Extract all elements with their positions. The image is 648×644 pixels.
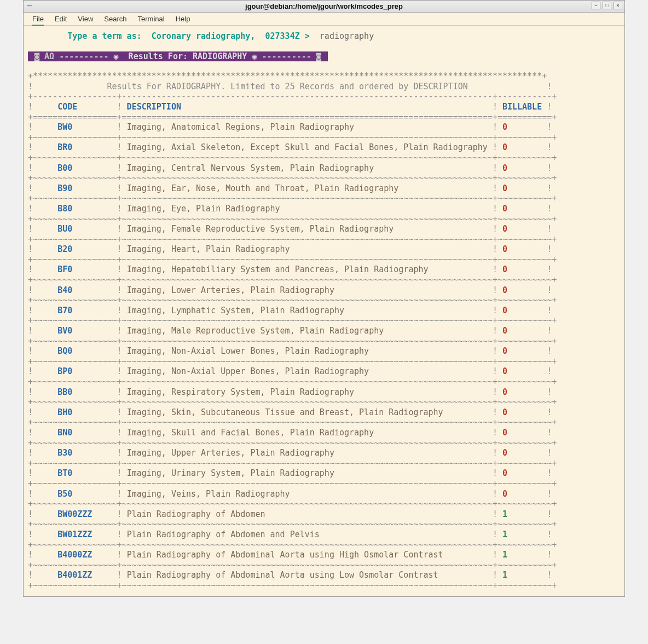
desc-cell: Plain Radiography of Abdominal Aorta usi… [127, 550, 493, 560]
code-cell: BV0 [57, 326, 117, 336]
desc-cell: Imaging, Non-Axial Lower Bones, Plain Ra… [127, 346, 493, 356]
code-cell: B40 [57, 285, 117, 295]
prompt-eg2: 027334Z > [265, 31, 310, 41]
menubar: File Edit View Search Terminal Help [24, 13, 624, 26]
code-cell: BQ0 [57, 346, 117, 356]
desc-cell: Imaging, Anatomical Regions, Plain Radio… [127, 122, 493, 132]
menu-search[interactable]: Search [99, 13, 132, 25]
code-cell: B4000ZZ [57, 550, 117, 560]
code-cell: B30 [57, 448, 117, 458]
menu-view[interactable]: View [72, 13, 99, 25]
table-row: ! B4000ZZ ! Plain Radiography of Abdomin… [28, 550, 620, 560]
titlebar[interactable]: — jgour@debian:/home/jgour/work/mcodes_p… [24, 1, 624, 13]
code-cell: BU0 [57, 224, 117, 234]
bill-cell: 0 [502, 285, 542, 295]
bill-cell: 0 [502, 204, 542, 214]
table-row: ! B00 ! Imaging, Central Nervous System,… [28, 163, 620, 174]
close-button[interactable]: × [614, 2, 622, 9]
row-divider: +~~~~~~~~~~~~~~~~~+~~~~~~~~~~~~~~~~~~~~~… [28, 580, 620, 591]
code-cell: B4001ZZ [57, 570, 117, 580]
row-divider: +~~~~~~~~~~~~~~~~~+~~~~~~~~~~~~~~~~~~~~~… [28, 234, 620, 245]
row-divider: +~~~~~~~~~~~~~~~~~+~~~~~~~~~~~~~~~~~~~~~… [28, 499, 620, 509]
menu-edit[interactable]: Edit [49, 13, 72, 25]
desc-cell: Imaging, Male Reproductive System, Plain… [127, 326, 493, 336]
code-cell: B50 [57, 489, 117, 499]
desc-cell: Imaging, Urinary System, Plain Radiograp… [127, 468, 493, 478]
window-title: jgour@debian:/home/jgour/work/mcodes_pre… [245, 2, 403, 10]
menu-file[interactable]: File [27, 13, 49, 25]
prompt-label: Type a term as: [67, 31, 141, 41]
window-controls: – □ × [592, 2, 622, 9]
divider-dash: +-----------------+---------------------… [28, 91, 620, 102]
bill-cell: 1 [502, 570, 542, 580]
row-divider: +~~~~~~~~~~~~~~~~~+~~~~~~~~~~~~~~~~~~~~~… [28, 133, 620, 143]
bill-cell: 0 [502, 489, 542, 499]
bill-cell: 1 [502, 550, 542, 560]
desc-cell: Imaging, Upper Arteries, Plain Radiograp… [127, 448, 493, 458]
code-cell: BF0 [57, 264, 117, 274]
bill-cell: 0 [502, 264, 542, 274]
maximize-button[interactable]: □ [603, 2, 611, 9]
search-input-value[interactable]: radiography [320, 31, 374, 41]
bill-cell: 0 [502, 448, 542, 458]
table-row: ! BT0 ! Imaging, Urinary System, Plain R… [28, 468, 620, 479]
desc-cell: Imaging, Axial Skeleton, Except Skull an… [127, 142, 493, 152]
row-divider: +~~~~~~~~~~~~~~~~~+~~~~~~~~~~~~~~~~~~~~~… [28, 458, 620, 469]
table-row: ! B90 ! Imaging, Ear, Nose, Mouth and Th… [28, 183, 620, 194]
row-divider: +~~~~~~~~~~~~~~~~~+~~~~~~~~~~~~~~~~~~~~~… [28, 417, 620, 428]
desc-cell: Imaging, Non-Axial Upper Bones, Plain Ra… [127, 366, 493, 376]
table-row: ! B4001ZZ ! Plain Radiography of Abdomin… [28, 570, 620, 580]
bill-cell: 0 [502, 428, 542, 438]
desc-cell: Imaging, Female Reproductive System, Pla… [127, 224, 493, 234]
menu-terminal[interactable]: Terminal [132, 13, 170, 25]
desc-cell: Plain Radiography of Abdomen and Pelvis [127, 530, 493, 539]
desc-cell: Imaging, Skin, Subcutaneous Tissue and B… [127, 407, 493, 417]
row-divider: +~~~~~~~~~~~~~~~~~+~~~~~~~~~~~~~~~~~~~~~… [28, 173, 620, 183]
code-cell: BH0 [57, 407, 117, 417]
row-divider: +~~~~~~~~~~~~~~~~~+~~~~~~~~~~~~~~~~~~~~~… [28, 519, 620, 530]
table-row: ! BB0 ! Imaging, Respiratory System, Pla… [28, 387, 620, 398]
table-row: ! B70 ! Imaging, Lymphatic System, Plain… [28, 306, 620, 316]
menu-help[interactable]: Help [170, 13, 196, 25]
bill-cell: 1 [502, 509, 542, 519]
code-cell: BT0 [57, 468, 117, 478]
bill-cell: 0 [502, 224, 542, 234]
bill-cell: 0 [502, 346, 542, 356]
bill-cell: 0 [502, 366, 542, 376]
code-cell: BP0 [57, 366, 117, 376]
code-cell: B80 [57, 204, 117, 214]
desc-cell: Imaging, Heart, Plain Radiography [127, 244, 493, 254]
bill-cell: 0 [502, 183, 542, 193]
col-bill: BILLABLE [502, 102, 542, 112]
row-divider: +~~~~~~~~~~~~~~~~~+~~~~~~~~~~~~~~~~~~~~~… [28, 275, 620, 285]
table-row: ! B50 ! Imaging, Veins, Plain Radiograph… [28, 489, 620, 499]
table-row: ! BR0 ! Imaging, Axial Skeleton, Except … [28, 142, 620, 153]
row-divider: +~~~~~~~~~~~~~~~~~+~~~~~~~~~~~~~~~~~~~~~… [28, 377, 620, 387]
row-divider: +~~~~~~~~~~~~~~~~~+~~~~~~~~~~~~~~~~~~~~~… [28, 315, 620, 326]
desc-cell: Imaging, Skull and Facial Bones, Plain R… [127, 428, 493, 438]
code-cell: BW01ZZZ [57, 530, 117, 539]
table-row: ! BW0 ! Imaging, Anatomical Regions, Pla… [28, 122, 620, 133]
row-divider: +~~~~~~~~~~~~~~~~~+~~~~~~~~~~~~~~~~~~~~~… [28, 153, 620, 163]
row-divider: +~~~~~~~~~~~~~~~~~+~~~~~~~~~~~~~~~~~~~~~… [28, 397, 620, 407]
code-cell: B90 [57, 183, 117, 193]
bill-cell: 1 [502, 530, 542, 539]
desc-cell: Imaging, Hepatobiliary System and Pancre… [127, 264, 493, 274]
row-divider: +~~~~~~~~~~~~~~~~~+~~~~~~~~~~~~~~~~~~~~~… [28, 295, 620, 306]
code-cell: BB0 [57, 387, 117, 397]
desc-cell: Imaging, Lymphatic System, Plain Radiogr… [127, 306, 493, 315]
row-divider: +~~~~~~~~~~~~~~~~~+~~~~~~~~~~~~~~~~~~~~~… [28, 540, 620, 550]
bill-cell: 0 [502, 122, 542, 132]
divider-eq: +=================+=====================… [28, 112, 620, 123]
prompt-eg1: Coronary radiography, [152, 31, 256, 41]
minimize-button[interactable]: – [592, 2, 600, 9]
code-cell: BN0 [57, 428, 117, 438]
terminal-window: — jgour@debian:/home/jgour/work/mcodes_p… [23, 0, 625, 597]
table-row: ! BU0 ! Imaging, Female Reproductive Sys… [28, 224, 620, 234]
table-row: ! B30 ! Imaging, Upper Arteries, Plain R… [28, 448, 620, 458]
results-banner: ◙ ΑΩ ---------- ◉ Results For: RADIOGRAP… [28, 42, 620, 62]
row-divider: +~~~~~~~~~~~~~~~~~+~~~~~~~~~~~~~~~~~~~~~… [28, 214, 620, 225]
table-row: ! BF0 ! Imaging, Hepatobiliary System an… [28, 264, 620, 275]
code-cell: BR0 [57, 142, 117, 152]
terminal-body[interactable]: Type a term as: Coronary radiography, 02… [24, 26, 624, 591]
